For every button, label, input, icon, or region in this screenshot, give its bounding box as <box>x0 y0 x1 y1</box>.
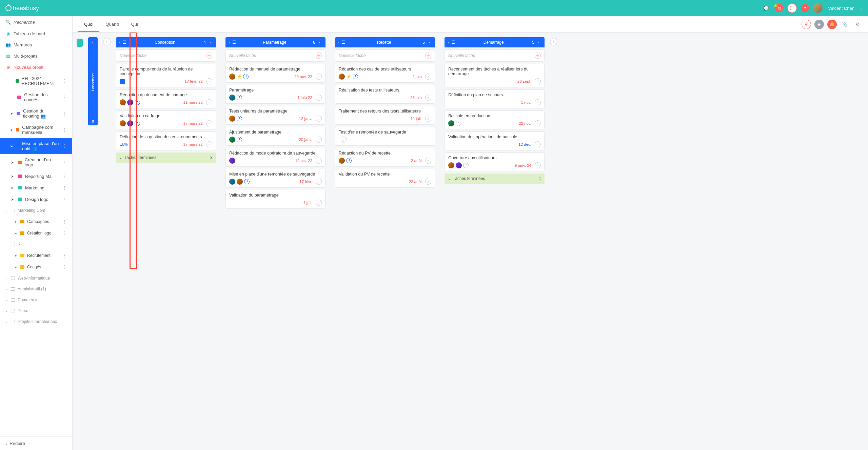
more-icon[interactable]: ⋮ <box>62 264 67 270</box>
check-button[interactable]: ✓ <box>425 95 431 101</box>
tab-quand[interactable]: Quand <box>99 17 125 32</box>
check-button[interactable]: ✓ <box>316 95 322 101</box>
more-icon[interactable]: ⋮ <box>62 78 67 84</box>
nav-dashboard[interactable]: ◉ Tableau de bord <box>0 28 72 39</box>
more-icon[interactable]: ⋮ <box>62 253 67 258</box>
check-button[interactable]: ✓ <box>206 78 212 84</box>
check-button[interactable]: ✓ <box>535 162 541 168</box>
group-item[interactable]: ⌄ Administratif (1) <box>0 284 72 294</box>
more-icon[interactable]: ⋮ <box>62 173 67 179</box>
chevron-left-icon[interactable]: ‹ <box>338 40 340 45</box>
project-item[interactable]: ➤Marketing⋮ <box>0 182 72 193</box>
new-task-input[interactable]: Nouvelle tâche+ <box>116 49 216 62</box>
task-card[interactable]: Mise en place d'une remontée de sauvegar… <box>225 169 326 188</box>
check-button[interactable]: ✓ <box>535 99 541 105</box>
sort-icon[interactable]: ☰ <box>451 40 455 45</box>
task-card[interactable]: Définition de la gestion des environneme… <box>116 131 216 150</box>
project-item[interactable]: Gestion des congés⋮ <box>0 89 72 105</box>
check-button[interactable]: ✓ <box>316 179 322 185</box>
check-button[interactable]: ✓ <box>206 141 212 147</box>
group-item[interactable]: ⌄ RH <box>0 239 72 250</box>
help-icon[interactable]: ? <box>801 4 809 12</box>
gear-icon[interactable]: ⚙ <box>853 20 863 29</box>
chat-icon[interactable]: 💬 <box>762 3 771 13</box>
sort-icon[interactable]: ☰ <box>123 40 126 45</box>
task-card[interactable]: Validation du PV de recette22 août✓ <box>335 169 435 188</box>
rail-item[interactable] <box>77 39 83 47</box>
task-card[interactable]: Rédaction du manuel de paramétrage⚡29 no… <box>225 64 326 83</box>
task-card[interactable]: Bascule en production22 nov.✓ <box>445 110 545 129</box>
new-task-input[interactable]: Nouvelle tâche+ <box>225 49 326 62</box>
more-icon[interactable]: ⋮ <box>62 127 67 132</box>
task-card[interactable]: Recensement des tâches à réaliser lors d… <box>445 64 545 87</box>
task-card[interactable]: Traitement des retours des tests utilisa… <box>335 106 435 125</box>
group-item[interactable]: ⌄ Perso <box>0 305 72 316</box>
check-button[interactable]: ✓ <box>316 200 322 206</box>
add-column-button-right[interactable]: + <box>550 38 557 45</box>
project-item[interactable]: RH - 2024 - RECRUTEMENT⋮ <box>0 73 72 89</box>
done-tasks-bar[interactable]: ⌄Tâches terminées1 <box>445 173 545 184</box>
project-item[interactable]: ➤Mise en place d'un outil 👥⋮ <box>0 138 72 154</box>
notifications-badge[interactable]: 🔔 72 <box>775 4 783 12</box>
task-card[interactable]: Paramétrage1 juin 22✓ <box>225 85 326 104</box>
group-item[interactable]: ⌄ Marketing Com <box>0 205 72 216</box>
task-card[interactable]: Réalisation des tests utilisateurs23 jui… <box>335 85 435 104</box>
check-button[interactable]: ✓ <box>425 74 431 80</box>
filter-icon[interactable]: ⚲ <box>802 20 811 29</box>
check-button[interactable]: ✓ <box>535 78 541 84</box>
subproject-item[interactable]: ➤ Création logo⋮ <box>0 227 72 239</box>
chevron-left-icon[interactable]: ‹ <box>229 40 230 45</box>
project-item[interactable]: ➤Reporting Mai⋮ <box>0 170 72 182</box>
add-task-icon[interactable]: + <box>206 53 212 59</box>
group-item[interactable]: ⌄ Web-Informatique <box>0 273 72 284</box>
scan-icon[interactable]: ⛶ <box>787 3 797 13</box>
project-item[interactable]: ➤Création d'un logo⋮ <box>0 154 72 170</box>
task-card[interactable]: Tests unitaires du paramétrage12 janv.✓ <box>225 106 326 125</box>
more-icon[interactable]: ⋮ <box>62 197 67 202</box>
chevron-down-icon[interactable]: ⌄ <box>860 6 863 10</box>
tab-qui[interactable]: Qui <box>125 17 144 32</box>
check-button[interactable]: ✓ <box>316 158 322 164</box>
check-button[interactable]: ✓ <box>316 137 322 143</box>
check-button[interactable]: ✓ <box>316 74 322 80</box>
task-card[interactable]: Validation du paramétrage4 juil.✓ <box>225 190 326 209</box>
search-input[interactable] <box>14 20 71 25</box>
user-name[interactable]: Vincent Chen <box>828 6 854 11</box>
project-item[interactable]: ➤Campagne com mensuelle⋮ <box>0 122 72 138</box>
add-task-icon[interactable]: + <box>535 53 541 59</box>
check-button[interactable]: ✓ <box>206 120 212 126</box>
task-card[interactable]: Ouverture aux utilisateurs9 janv. 24✓ <box>445 152 545 171</box>
column-menu-icon[interactable]: ⋮ <box>536 40 541 45</box>
more-icon[interactable]: ⋮ <box>62 230 67 236</box>
new-task-input[interactable]: Nouvelle tâche+ <box>335 49 435 62</box>
task-card[interactable]: Faire le compte-rendu de la réunion de c… <box>116 64 216 87</box>
column-menu-icon[interactable]: ⋮ <box>317 40 322 45</box>
check-button[interactable]: ✓ <box>425 179 431 185</box>
add-task-icon[interactable]: + <box>316 53 322 59</box>
nav-new-project[interactable]: ⊕ Nouveau projet <box>0 62 72 73</box>
task-card[interactable]: Rédaction du document de cadrage11 mars … <box>116 89 216 108</box>
check-button[interactable]: ✓ <box>341 137 347 143</box>
column-menu-icon[interactable]: ⋮ <box>208 40 213 45</box>
check-button[interactable]: ✓ <box>206 99 212 105</box>
more-icon[interactable]: ⋮ <box>62 111 67 116</box>
done-tasks-bar[interactable]: ⌄Tâches terminées3 <box>116 152 216 163</box>
nav-members[interactable]: 👥 Membres <box>0 39 72 50</box>
chevron-left-icon[interactable]: ‹ <box>448 40 449 45</box>
project-item[interactable]: ➤Gestion du ticketing 👥⋮ <box>0 105 72 122</box>
check-button[interactable]: ✓ <box>316 116 322 122</box>
check-button[interactable]: ✓ <box>535 120 541 126</box>
project-item[interactable]: ➤Design logo⋮ <box>0 193 72 205</box>
sort-icon[interactable]: ☰ <box>342 40 346 45</box>
check-button[interactable]: ✓ <box>425 158 431 164</box>
bell-icon[interactable]: 🔔 <box>827 20 837 29</box>
tab-quoi[interactable]: Quoi <box>78 17 99 32</box>
attach-icon[interactable]: 📎 <box>840 20 850 29</box>
task-card[interactable]: Test d'une remontée de sauvegarde✓ <box>335 127 435 146</box>
more-icon[interactable]: ⋮ <box>62 95 67 100</box>
new-task-input[interactable]: Nouvelle tâche+ <box>445 49 545 62</box>
task-card[interactable]: Définition du plan de secours1 nov.✓ <box>445 89 545 108</box>
logo[interactable]: beesbusy <box>5 5 39 12</box>
task-card[interactable]: Ajustement de paramétrage20 janv.✓ <box>225 127 326 146</box>
sort-icon[interactable]: ☰ <box>232 40 236 45</box>
